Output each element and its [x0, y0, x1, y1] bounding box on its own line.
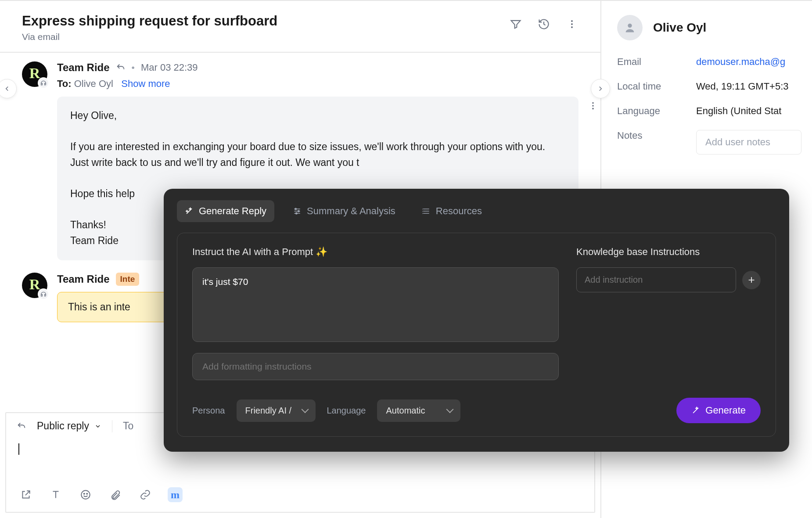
- reply-type-label: Public reply: [37, 420, 89, 432]
- conversation-channel: Via email: [22, 32, 277, 42]
- svg-point-4: [592, 105, 594, 107]
- svg-point-9: [628, 24, 632, 28]
- filter-icon[interactable]: [509, 18, 522, 31]
- prompt-input[interactable]: it's just $70: [192, 267, 559, 342]
- svg-point-6: [81, 490, 90, 499]
- profile-avatar: [617, 15, 643, 40]
- avatar: R: [22, 273, 47, 298]
- history-icon[interactable]: [537, 18, 550, 31]
- headset-icon: [38, 77, 49, 89]
- svg-point-7: [84, 493, 85, 494]
- kb-instruction-input[interactable]: [576, 267, 736, 292]
- divider: [112, 420, 112, 432]
- notes-label: Notes: [617, 130, 687, 141]
- composer-to-label: To: [123, 420, 133, 432]
- avatar-glyph: R: [29, 276, 40, 293]
- tab-resources[interactable]: Resources: [414, 200, 490, 222]
- sliders-icon: [293, 207, 302, 216]
- reply-icon: [116, 63, 126, 72]
- message-timestamp: Mar 03 22:39: [141, 62, 198, 73]
- email-label: Email: [617, 56, 687, 68]
- ai-language-label: Language: [327, 406, 366, 416]
- sender-name: Team Ride: [57, 273, 110, 285]
- conversation-header: Express shipping request for surfboard V…: [0, 1, 600, 53]
- to-recipient: Olive Oyl: [74, 78, 113, 89]
- notes-placeholder: Add user notes: [705, 137, 770, 147]
- tab-label: Generate Reply: [199, 205, 266, 217]
- chevron-down-icon: [94, 423, 101, 430]
- svg-point-11: [298, 210, 299, 212]
- avatar: R: [22, 61, 47, 87]
- svg-point-2: [571, 26, 573, 28]
- ai-language-value: Automatic: [386, 406, 425, 415]
- reply-icon: [17, 421, 26, 431]
- show-more-link[interactable]: Show more: [121, 78, 170, 89]
- internal-note-text: This is an inte: [68, 301, 130, 313]
- svg-point-1: [571, 23, 573, 25]
- message-more-icon[interactable]: [588, 101, 598, 111]
- notes-input[interactable]: Add user notes: [696, 130, 801, 155]
- wand-icon: [691, 406, 700, 415]
- text-caret: [18, 443, 19, 455]
- ai-panel: Generate Reply Summary & Analysis Resour…: [164, 189, 789, 452]
- localtime-label: Local time: [617, 81, 687, 92]
- generate-label: Generate: [705, 405, 746, 416]
- tab-generate-reply[interactable]: Generate Reply: [177, 200, 274, 222]
- generate-button[interactable]: Generate: [676, 398, 761, 423]
- list-icon: [422, 207, 431, 216]
- svg-point-3: [592, 102, 594, 104]
- language-value: English (United Stat: [696, 105, 781, 117]
- separator-dot: •: [132, 62, 135, 73]
- conversation-title: Express shipping request for surfboard: [22, 13, 277, 29]
- attach-icon[interactable]: [108, 487, 123, 502]
- tab-label: Resources: [436, 205, 482, 217]
- svg-point-0: [571, 20, 573, 22]
- localtime-value: Wed, 19:11 GMT+5:3: [696, 81, 789, 92]
- email-value[interactable]: demouser.macha@g: [696, 56, 785, 68]
- kb-label: Knowledge base Instructions: [576, 246, 761, 258]
- persona-select[interactable]: Friendly AI /: [237, 399, 316, 422]
- wand-icon: [185, 207, 194, 216]
- kb-add-button[interactable]: +: [742, 271, 761, 289]
- more-vertical-icon[interactable]: [565, 18, 578, 31]
- external-link-icon[interactable]: [18, 487, 33, 502]
- sender-name: Team Ride: [57, 61, 110, 74]
- ai-language-select[interactable]: Automatic: [377, 399, 460, 422]
- format-instructions-input[interactable]: [192, 353, 559, 380]
- internal-note-badge: Inte: [116, 273, 140, 286]
- next-conversation-button[interactable]: [591, 79, 610, 98]
- profile-name: Olive Oyl: [653, 21, 706, 35]
- persona-value: Friendly AI /: [245, 406, 292, 415]
- to-label: To:: [57, 78, 72, 89]
- svg-point-8: [86, 493, 87, 494]
- svg-point-5: [592, 108, 594, 110]
- prompt-label: Instruct the AI with a Prompt ✨: [192, 246, 559, 258]
- headset-icon: [38, 288, 49, 300]
- reply-type-select[interactable]: Public reply: [37, 420, 101, 432]
- ai-assist-icon[interactable]: m: [168, 487, 183, 502]
- persona-label: Persona: [192, 406, 225, 416]
- language-label: Language: [617, 105, 687, 117]
- link-icon[interactable]: [138, 487, 153, 502]
- text-format-icon[interactable]: [48, 487, 63, 502]
- emoji-icon[interactable]: [78, 487, 93, 502]
- tab-summary-analysis[interactable]: Summary & Analysis: [285, 200, 403, 222]
- svg-point-12: [296, 212, 297, 214]
- tab-label: Summary & Analysis: [307, 205, 395, 217]
- prompt-label-text: Instruct the AI with a Prompt ✨: [192, 246, 327, 258]
- svg-point-10: [295, 208, 296, 209]
